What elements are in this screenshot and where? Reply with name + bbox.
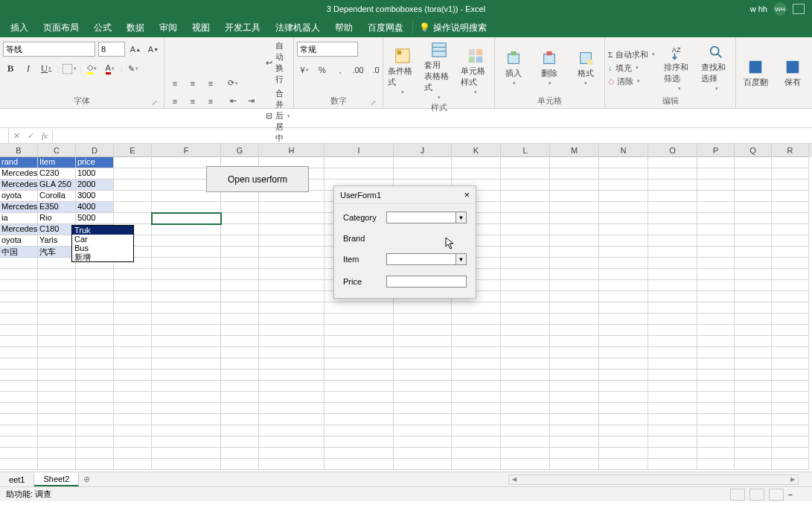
cell[interactable] — [501, 191, 550, 202]
tab-insert[interactable]: 插入 — [3, 19, 36, 37]
cell[interactable] — [38, 369, 76, 381]
open-userform-button[interactable]: Open userform — [206, 166, 309, 192]
cell[interactable] — [550, 291, 599, 302]
delete-cells-button[interactable]: 删除▾ — [534, 48, 565, 88]
sheet-tab-active[interactable]: Sheet2 — [34, 473, 79, 486]
cell[interactable] — [76, 369, 114, 381]
cell[interactable] — [599, 247, 648, 258]
cell[interactable] — [114, 191, 152, 202]
cell[interactable] — [772, 280, 809, 291]
cell[interactable] — [259, 392, 325, 403]
price-textbox[interactable] — [386, 276, 467, 288]
align-bottom-icon[interactable]: ≡ — [203, 76, 218, 91]
italic-button[interactable]: I — [21, 61, 36, 76]
cell[interactable] — [550, 202, 599, 213]
cell[interactable] — [38, 280, 76, 291]
cell[interactable] — [152, 381, 221, 392]
cell[interactable] — [735, 314, 772, 325]
column-header[interactable]: F — [152, 144, 221, 157]
cell[interactable] — [550, 157, 599, 168]
cell[interactable] — [152, 302, 221, 314]
cell[interactable] — [259, 191, 325, 202]
cell[interactable] — [0, 302, 38, 314]
sort-filter-button[interactable]: AZ排序和筛选▾ — [662, 42, 695, 93]
cell[interactable] — [394, 403, 452, 414]
cell[interactable] — [648, 157, 697, 168]
cell[interactable] — [501, 302, 550, 314]
cell[interactable]: 2000 — [76, 180, 114, 191]
cell[interactable] — [735, 336, 772, 347]
cell[interactable] — [38, 347, 76, 358]
cell[interactable] — [697, 314, 735, 325]
cell[interactable] — [599, 448, 648, 459]
cell[interactable] — [501, 369, 550, 381]
cell[interactable] — [697, 425, 735, 436]
cell[interactable] — [735, 347, 772, 358]
chevron-down-icon[interactable]: ▼ — [455, 254, 466, 264]
cell[interactable] — [697, 403, 735, 414]
cell[interactable] — [394, 347, 452, 358]
cell[interactable] — [772, 168, 809, 180]
cell[interactable] — [325, 347, 394, 358]
cell[interactable] — [697, 347, 735, 358]
cell[interactable] — [735, 191, 772, 202]
cell[interactable] — [259, 202, 325, 213]
number-format-select[interactable] — [297, 42, 358, 57]
cell[interactable] — [452, 403, 501, 414]
cell[interactable] — [501, 336, 550, 347]
cell[interactable] — [697, 392, 735, 403]
cell[interactable]: 5000 — [76, 213, 114, 224]
cell[interactable] — [152, 403, 221, 414]
cell[interactable] — [772, 180, 809, 191]
cell[interactable] — [76, 358, 114, 369]
cell[interactable] — [114, 202, 152, 213]
cell[interactable] — [550, 235, 599, 247]
cell[interactable] — [648, 414, 697, 425]
cell[interactable] — [325, 168, 394, 180]
cell[interactable] — [325, 302, 394, 314]
cell[interactable] — [221, 202, 259, 213]
cell[interactable] — [452, 448, 501, 459]
cell[interactable] — [501, 235, 550, 247]
cell[interactable] — [735, 459, 772, 470]
cell[interactable] — [501, 202, 550, 213]
scroll-right-icon[interactable]: ▶ — [787, 475, 798, 484]
cell[interactable] — [735, 235, 772, 247]
cell[interactable] — [735, 425, 772, 436]
cell[interactable]: 汽车 — [38, 247, 76, 258]
autosum-button[interactable]: Σ 自动求和 ▾ — [608, 49, 655, 60]
format-cells-button[interactable]: 格式▾ — [570, 48, 601, 88]
cell[interactable] — [648, 269, 697, 280]
cell[interactable] — [0, 325, 38, 336]
column-header[interactable]: R — [772, 144, 809, 157]
orientation-icon[interactable]: ⟳▾ — [226, 76, 240, 91]
cell[interactable] — [501, 448, 550, 459]
cell[interactable] — [38, 358, 76, 369]
cell[interactable] — [76, 269, 114, 280]
cell[interactable] — [325, 157, 394, 168]
cell[interactable] — [76, 459, 114, 470]
cell[interactable] — [259, 436, 325, 448]
cell[interactable] — [735, 369, 772, 381]
cell[interactable] — [221, 258, 259, 269]
cell[interactable] — [599, 235, 648, 247]
cell[interactable] — [501, 213, 550, 224]
cell[interactable] — [735, 358, 772, 369]
cell[interactable] — [599, 157, 648, 168]
cell[interactable] — [501, 436, 550, 448]
cell[interactable] — [599, 347, 648, 358]
cell[interactable] — [697, 168, 735, 180]
cell[interactable]: C180 — [38, 224, 76, 235]
cell[interactable] — [599, 381, 648, 392]
cell[interactable] — [550, 302, 599, 314]
cell[interactable]: ia — [0, 213, 38, 224]
cell[interactable] — [325, 414, 394, 425]
column-header[interactable]: G — [221, 144, 259, 157]
cell[interactable] — [550, 414, 599, 425]
cell[interactable] — [152, 314, 221, 325]
cell[interactable] — [501, 157, 550, 168]
cell[interactable] — [697, 247, 735, 258]
cell[interactable] — [697, 459, 735, 470]
cell[interactable] — [259, 247, 325, 258]
cell[interactable] — [697, 224, 735, 235]
